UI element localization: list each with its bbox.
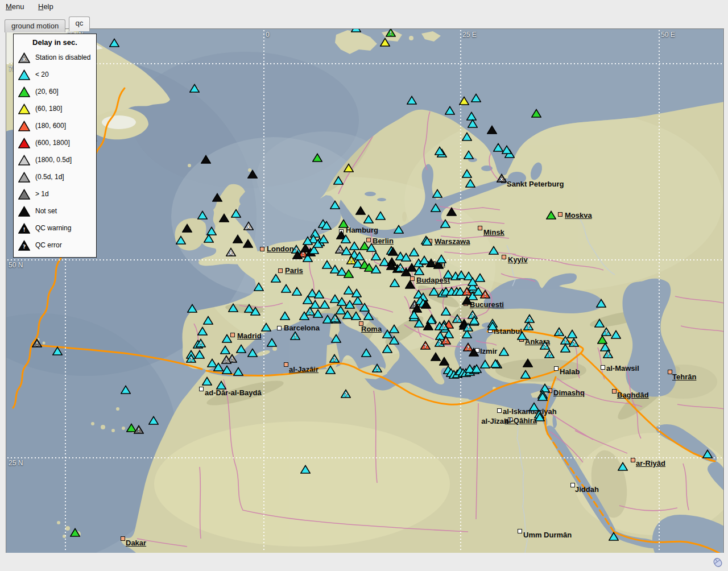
station-marker[interactable]: [247, 348, 258, 357]
station-marker[interactable]: [389, 336, 399, 345]
station-marker[interactable]: !: [196, 338, 206, 347]
station-marker[interactable]: [344, 269, 354, 278]
station-marker[interactable]: [435, 146, 445, 155]
station-marker[interactable]: [228, 303, 238, 312]
station-marker[interactable]: [531, 109, 541, 118]
station-marker[interactable]: [351, 28, 361, 32]
station-marker[interactable]: [281, 284, 291, 293]
station-marker[interactable]: [440, 219, 450, 228]
station-marker[interactable]: [423, 321, 433, 330]
station-marker[interactable]: [468, 119, 478, 128]
station-marker[interactable]: [344, 163, 354, 172]
station-marker[interactable]: [314, 289, 324, 299]
station-marker[interactable]: [537, 392, 548, 401]
station-marker[interactable]: ?: [523, 321, 533, 330]
station-marker[interactable]: [594, 318, 605, 328]
station-marker[interactable]: [388, 247, 398, 256]
station-marker[interactable]: [233, 367, 243, 376]
station-marker[interactable]: [204, 234, 214, 243]
station-marker[interactable]: [409, 310, 419, 319]
station-marker[interactable]: [355, 206, 366, 215]
station-marker[interactable]: [182, 224, 192, 233]
station-marker[interactable]: [618, 462, 628, 471]
station-marker[interactable]: [280, 311, 290, 320]
station-marker[interactable]: [422, 237, 432, 246]
station-marker[interactable]: [109, 38, 119, 47]
station-marker[interactable]: ?: [341, 389, 351, 398]
station-marker[interactable]: ?: [463, 322, 473, 332]
station-marker[interactable]: [407, 96, 417, 105]
help-menu-button[interactable]: Help: [32, 0, 59, 13]
tab-ground-motion[interactable]: ground motion: [5, 19, 65, 32]
station-marker[interactable]: [176, 235, 186, 245]
station-marker[interactable]: [233, 234, 243, 243]
station-marker[interactable]: [333, 176, 344, 185]
station-marker[interactable]: x: [243, 221, 254, 230]
station-marker[interactable]: [445, 106, 455, 115]
station-marker[interactable]: !: [441, 336, 451, 345]
station-marker[interactable]: [338, 219, 349, 228]
station-marker[interactable]: [487, 321, 498, 330]
station-marker[interactable]: [439, 357, 449, 366]
station-marker[interactable]: ?: [329, 354, 340, 363]
station-marker[interactable]: [611, 330, 621, 339]
station-marker[interactable]: x: [497, 173, 507, 183]
station-marker[interactable]: [321, 221, 332, 230]
station-marker[interactable]: [187, 304, 197, 313]
station-marker[interactable]: [201, 155, 211, 164]
station-marker[interactable]: [366, 243, 377, 252]
station-marker[interactable]: [254, 282, 264, 291]
station-marker[interactable]: [331, 334, 341, 343]
station-marker[interactable]: ?: [603, 349, 613, 358]
station-marker[interactable]: [382, 344, 392, 353]
station-marker[interactable]: [499, 347, 509, 356]
station-marker[interactable]: [303, 236, 313, 245]
station-marker[interactable]: [560, 344, 570, 353]
station-marker[interactable]: !: [290, 331, 300, 340]
station-marker[interactable]: [471, 364, 482, 373]
station-marker[interactable]: [222, 365, 232, 374]
station-marker[interactable]: [409, 247, 419, 256]
station-marker[interactable]: [465, 179, 475, 188]
station-marker[interactable]: [363, 214, 374, 224]
station-marker[interactable]: [489, 246, 499, 255]
station-marker[interactable]: [236, 344, 246, 353]
station-marker[interactable]: [203, 316, 213, 325]
station-marker[interactable]: [70, 528, 80, 537]
map-view[interactable]: 25 W025 E50 E75 N50 N25 N LondonParisMad…: [6, 28, 724, 553]
station-marker[interactable]: [459, 96, 469, 105]
station-marker[interactable]: [247, 169, 258, 179]
station-marker[interactable]: [271, 274, 281, 283]
station-marker[interactable]: ?: [395, 263, 406, 272]
station-marker[interactable]: [197, 326, 208, 336]
station-marker[interactable]: [216, 380, 226, 390]
station-marker[interactable]: [462, 132, 472, 141]
station-marker[interactable]: [312, 153, 322, 162]
station-marker[interactable]: [431, 203, 441, 212]
station-marker[interactable]: [394, 225, 404, 234]
station-marker[interactable]: [195, 350, 205, 359]
station-marker[interactable]: [517, 331, 527, 340]
station-marker[interactable]: [609, 532, 619, 541]
station-marker[interactable]: [220, 345, 230, 354]
station-marker[interactable]: [414, 266, 424, 275]
station-marker[interactable]: [375, 211, 386, 220]
station-marker[interactable]: [405, 280, 415, 289]
station-marker[interactable]: !: [480, 289, 490, 299]
station-marker[interactable]: !: [372, 363, 382, 373]
station-marker[interactable]: [596, 299, 606, 308]
station-marker[interactable]: [351, 311, 361, 320]
station-marker[interactable]: [702, 449, 713, 458]
station-marker[interactable]: ?: [330, 313, 340, 322]
station-marker[interactable]: ?: [540, 341, 550, 350]
station-marker[interactable]: [292, 287, 302, 296]
station-marker[interactable]: [380, 38, 390, 47]
station-marker[interactable]: [462, 296, 472, 305]
station-marker[interactable]: x: [226, 247, 236, 256]
station-marker[interactable]: [189, 84, 200, 93]
station-marker[interactable]: [212, 193, 222, 202]
station-marker[interactable]: ?: [554, 327, 564, 336]
station-marker[interactable]: [300, 465, 311, 474]
station-marker[interactable]: [231, 209, 241, 218]
station-marker[interactable]: [432, 189, 442, 198]
